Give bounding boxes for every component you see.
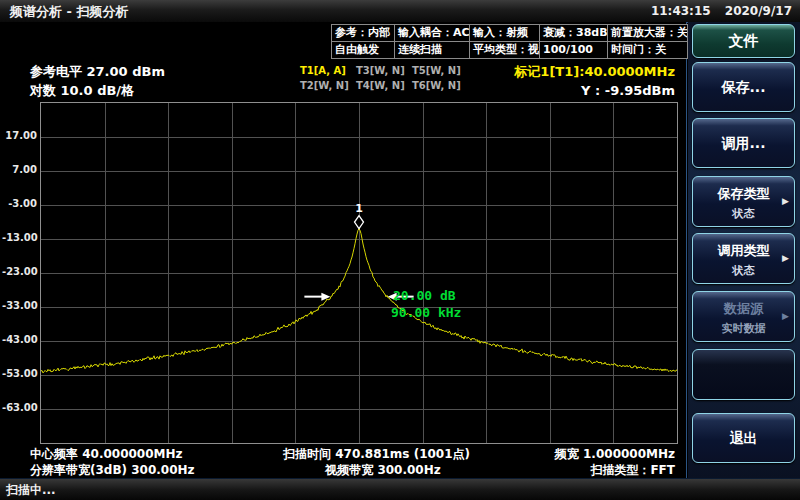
submenu-arrow-icon: ▶ xyxy=(782,311,789,321)
marker-diamond xyxy=(355,216,364,229)
bandwidth-annotation: 90.00 kHz xyxy=(391,305,461,320)
y-axis-tick: -3.00 xyxy=(2,198,37,209)
param-attenuation: 衰减：38dB xyxy=(539,24,608,42)
y-axis-tick: -63.00 xyxy=(2,402,37,413)
trace-tag-t3: T3[W, N] xyxy=(356,65,412,80)
softkey-panel: 文件 保存... 调用... 保存类型 状态 ▶ 调用类型 状态 ▶ 数据源 实… xyxy=(688,22,800,478)
param-preamp: 前置放大器：关 xyxy=(607,24,688,42)
parameter-table: 参考：内部 输入耦合：AC 输入：射频 衰减：38dB 前置放大器：关 自由触发… xyxy=(331,24,687,58)
marker-readout: 标记1[T1]:40.0000MHz Y : -9.95dBm xyxy=(514,62,675,100)
clock: 11:43:15 2020/9/17 xyxy=(641,4,792,18)
trace-status-block: T1[A, A] T2[W, N] T3[W, N] T4[W, N] T5[W… xyxy=(300,65,468,95)
exit-button[interactable]: 退出 xyxy=(692,413,795,463)
marker-frequency: 标记1[T1]:40.0000MHz xyxy=(514,62,675,81)
ndb-annotation: 20.00 dB xyxy=(393,288,456,303)
app-title: 频谱分析 - 扫频分析 xyxy=(10,3,128,21)
param-reference: 参考：内部 xyxy=(331,24,395,42)
span-label: 频宽 1.000000MHz xyxy=(555,446,675,462)
sweep-type-label: 扫描类型：FFT xyxy=(555,462,675,478)
trace-tag-t2: T2[W, N] xyxy=(300,80,356,95)
submenu-arrow-icon: ▶ xyxy=(782,196,789,206)
submenu-arrow-icon: ▶ xyxy=(782,253,789,263)
y-axis-tick: 17.00 xyxy=(2,130,37,141)
menu-header-file: 文件 xyxy=(692,24,795,58)
time-display: 11:43:15 xyxy=(651,4,711,18)
vbw-label: 视频带宽 300.00Hz xyxy=(283,462,483,478)
param-input-coupling: 输入耦合：AC xyxy=(394,24,470,42)
save-type-button[interactable]: 保存类型 状态 ▶ xyxy=(692,176,795,227)
spectrum-chart: 17.007.00-3.00-13.00-23.00-33.00-43.00-5… xyxy=(40,102,678,444)
save-button[interactable]: 保存... xyxy=(692,62,795,112)
date-display: 2020/9/17 xyxy=(725,4,792,18)
bottom-info-row: 中心频率 40.000000MHz 分辨率带宽(3dB) 300.00Hz 扫描… xyxy=(0,446,687,478)
y-axis-tick: -23.00 xyxy=(2,266,37,277)
sweep-time-label: 扫描时间 470.881ms (1001点) xyxy=(283,446,483,462)
trace-tag-t4: T4[W, N] xyxy=(356,80,412,95)
spectrum-analyzer-app: 频谱分析 - 扫频分析 11:43:15 2020/9/17 参考：内部 输入耦… xyxy=(0,0,800,500)
y-axis-tick: 7.00 xyxy=(2,164,37,175)
recall-type-button[interactable]: 调用类型 状态 ▶ xyxy=(692,233,795,284)
trace-tag-t5: T5[W, N] xyxy=(412,65,468,80)
status-text: 扫描中... xyxy=(6,482,56,499)
y-axis-tick: -33.00 xyxy=(2,300,37,311)
param-trigger: 自由触发 xyxy=(331,41,395,59)
recall-button[interactable]: 调用... xyxy=(692,118,795,168)
ref-level-label: 参考电平 27.00 dBm xyxy=(30,62,165,81)
y-axis-tick: -43.00 xyxy=(2,334,37,345)
status-bar: 扫描中... xyxy=(0,478,800,500)
param-input: 输入：射频 xyxy=(469,24,540,42)
scale-label: 对数 10.0 dB/格 xyxy=(30,81,165,100)
freq-settings-block: 中心频率 40.000000MHz 分辨率带宽(3dB) 300.00Hz xyxy=(30,446,195,478)
param-average-type: 平均类型：视频 xyxy=(469,41,540,59)
instrument-screen: 参考：内部 输入耦合：AC 输入：射频 衰减：38dB 前置放大器：关 自由触发… xyxy=(0,22,687,478)
rbw-label: 分辨率带宽(3dB) 300.00Hz xyxy=(30,462,195,478)
blank-softkey xyxy=(692,349,795,400)
data-source-button: 数据源 实时数据 ▶ xyxy=(692,291,795,342)
center-frequency-label: 中心频率 40.000000MHz xyxy=(30,446,195,462)
y-axis-tick: -53.00 xyxy=(2,368,37,379)
param-time-gate: 时间门：关 xyxy=(607,41,688,59)
marker-number: 1 xyxy=(355,202,363,215)
trace-tag-t1: T1[A, A] xyxy=(300,65,356,80)
y-axis-tick: -13.00 xyxy=(2,232,37,243)
trace-plot: 120.00 dB90.00 kHz xyxy=(41,103,677,443)
sweep-settings-block: 扫描时间 470.881ms (1001点) 视频带宽 300.00Hz xyxy=(283,446,483,478)
title-bar: 频谱分析 - 扫频分析 11:43:15 2020/9/17 xyxy=(0,0,800,23)
param-average-count: 100/100 xyxy=(539,41,608,59)
span-settings-block: 频宽 1.000000MHz 扫描类型：FFT xyxy=(555,446,675,478)
reference-level-block: 参考电平 27.00 dBm 对数 10.0 dB/格 xyxy=(30,62,165,100)
param-sweep-mode: 连续扫描 xyxy=(394,41,470,59)
display-info-row: 参考电平 27.00 dBm 对数 10.0 dB/格 T1[A, A] T2[… xyxy=(0,62,687,102)
trace-tag-t6: T6[W, N] xyxy=(412,80,468,95)
marker-amplitude: Y : -9.95dBm xyxy=(514,81,675,100)
